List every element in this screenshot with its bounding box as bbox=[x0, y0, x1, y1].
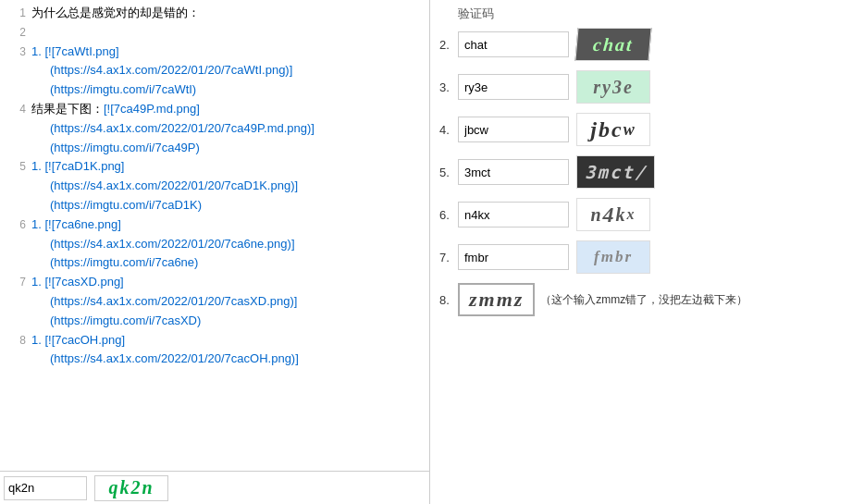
captcha-image-5: 3mct/ bbox=[576, 155, 655, 189]
line-number: 3 bbox=[6, 43, 26, 61]
captcha-input-3[interactable] bbox=[458, 74, 569, 100]
line-text: 1. [![7cacOH.png] (https://s4.ax1x.com/2… bbox=[31, 331, 424, 370]
line-text: 1. [![7ca6ne.png] (https://s4.ax1x.com/2… bbox=[31, 215, 424, 273]
captcha-row-8: 8. zmmz （这个输入zmmz错了，没把左边截下来） bbox=[439, 283, 843, 316]
captcha-image-7: fmbr bbox=[576, 240, 650, 274]
line-text: 1. [![7caD1K.png] (https://s4.ax1x.com/2… bbox=[31, 157, 424, 215]
captcha-row-3: 3. ry3e bbox=[439, 70, 843, 104]
row-number: 7. bbox=[439, 251, 458, 264]
row-number: 6. bbox=[439, 208, 458, 222]
row-number: 5. bbox=[439, 166, 458, 179]
line-3: 3 1. [![7caWtI.png] (https://s4.ax1x.com… bbox=[6, 43, 424, 100]
row-number: 2. bbox=[439, 38, 458, 52]
line-text: 1. [![7casXD.png] (https://s4.ax1x.com/2… bbox=[31, 273, 424, 330]
right-panel: 验证码 2. chat 3. ry3e 4. jbcw 5. 3mct/ 6. … bbox=[430, 0, 852, 504]
captcha-input-6[interactable] bbox=[458, 202, 569, 227]
captcha-input-4[interactable] bbox=[458, 117, 569, 142]
captcha-input-7[interactable] bbox=[458, 244, 569, 270]
captcha-input-2[interactable] bbox=[458, 31, 569, 57]
line-text: 为什么总是感觉对的却是错的： bbox=[31, 4, 424, 23]
captcha-note-8: （这个输入zmmz错了，没把左边截下来） bbox=[540, 292, 747, 308]
row-number: 3. bbox=[439, 80, 458, 94]
captcha-row-6: 6. n4kx bbox=[439, 198, 843, 231]
left-panel: 1 为什么总是感觉对的却是错的： 2 3 1. [![7caWtI.png] (… bbox=[0, 0, 430, 504]
line-4: 4 结果是下图：[![7ca49P.md.png] (https://s4.ax… bbox=[6, 100, 424, 157]
line-text: 结果是下图：[![7ca49P.md.png] (https://s4.ax1x… bbox=[31, 100, 424, 157]
line-text bbox=[31, 23, 424, 43]
bottom-captcha-image: qk2n bbox=[94, 475, 168, 501]
section-title: 验证码 bbox=[439, 6, 843, 22]
line-8: 8 1. [![7cacOH.png] (https://s4.ax1x.com… bbox=[6, 331, 424, 370]
captcha-image-6: n4kx bbox=[576, 198, 650, 231]
captcha-image-8: zmmz bbox=[458, 283, 535, 316]
line-5: 5 1. [![7caD1K.png] (https://s4.ax1x.com… bbox=[6, 157, 424, 215]
captcha-row-5: 5. 3mct/ bbox=[439, 155, 843, 189]
captcha-row-4: 4. jbcw bbox=[439, 113, 843, 146]
row-number: 8. bbox=[439, 293, 458, 307]
captcha-input-5[interactable] bbox=[458, 159, 569, 185]
line-number: 1 bbox=[6, 4, 26, 22]
row-number: 4. bbox=[439, 123, 458, 137]
line-2: 2 bbox=[6, 23, 424, 43]
bottom-input-area: qk2n bbox=[0, 471, 429, 504]
line-6: 6 1. [![7ca6ne.png] (https://s4.ax1x.com… bbox=[6, 215, 424, 273]
captcha-image-2: chat bbox=[574, 28, 651, 61]
bottom-captcha-input[interactable] bbox=[4, 476, 87, 500]
line-text: 1. [![7caWtI.png] (https://s4.ax1x.com/2… bbox=[31, 43, 424, 100]
line-number: 5 bbox=[6, 157, 26, 176]
line-number: 4 bbox=[6, 100, 26, 118]
editor-area[interactable]: 1 为什么总是感觉对的却是错的： 2 3 1. [![7caWtI.png] (… bbox=[0, 0, 429, 471]
captcha-image-3: ry3e bbox=[576, 70, 650, 104]
captcha-row-2: 2. chat bbox=[439, 28, 843, 61]
line-number: 2 bbox=[6, 23, 26, 42]
line-number: 8 bbox=[6, 331, 26, 350]
line-7: 7 1. [![7casXD.png] (https://s4.ax1x.com… bbox=[6, 273, 424, 330]
line-number: 6 bbox=[6, 215, 26, 234]
line-1: 1 为什么总是感觉对的却是错的： bbox=[6, 4, 424, 23]
line-number: 7 bbox=[6, 273, 26, 291]
captcha-image-4: jbcw bbox=[576, 113, 650, 146]
captcha-row-7: 7. fmbr bbox=[439, 240, 843, 274]
